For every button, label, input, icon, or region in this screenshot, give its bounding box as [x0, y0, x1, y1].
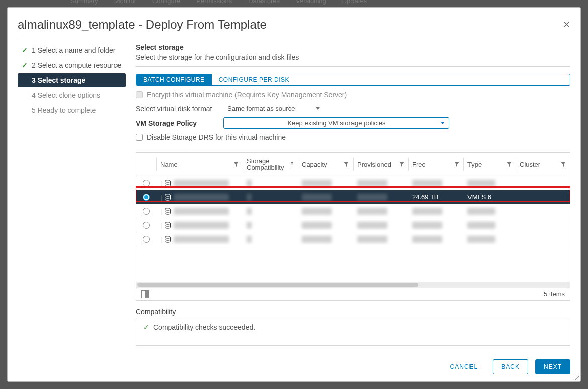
filter-icon[interactable]: [507, 162, 512, 167]
cell-name: |: [156, 233, 243, 245]
datastore-icon: [164, 221, 172, 229]
table-row[interactable]: |: [136, 204, 570, 218]
th-type[interactable]: Type: [463, 153, 516, 176]
cell-compat: [243, 220, 298, 231]
filter-icon[interactable]: [454, 162, 459, 167]
th-capacity[interactable]: Capacity: [298, 153, 353, 176]
table-footer: 5 items: [136, 288, 570, 300]
back-button[interactable]: BACK: [493, 359, 528, 374]
row-radio[interactable]: [143, 208, 150, 215]
table-row[interactable]: | 24.69 TBVMFS 6: [136, 190, 570, 204]
cell-capacity: [298, 220, 353, 231]
next-button[interactable]: NEXT: [535, 359, 570, 374]
th-free-label: Free: [412, 161, 426, 168]
wizard-step-1[interactable]: 1 Select a name and folder: [18, 43, 126, 57]
cell-free: [408, 220, 463, 231]
filter-icon[interactable]: [561, 162, 566, 167]
configure-per-disk-tab[interactable]: CONFIGURE PER DISK: [212, 74, 296, 85]
cell-capacity: [298, 192, 353, 203]
datastore-icon: [164, 193, 172, 201]
filter-icon[interactable]: [399, 162, 404, 167]
table-header: Name Storage Compatibility Capacity Prov…: [136, 153, 570, 176]
cell-cluster: [516, 209, 570, 213]
batch-configure-tab[interactable]: BATCH CONFIGURE: [136, 74, 212, 85]
wizard-step-2[interactable]: 2 Select a compute resource: [18, 58, 126, 72]
cell-provisioned: [353, 234, 408, 245]
datastore-icon: [164, 207, 172, 215]
cell-compat: [243, 178, 298, 189]
disk-format-value: Same format as source: [227, 105, 295, 112]
compatibility-box: ✓ Compatibility checks succeeded.: [136, 318, 570, 346]
encrypt-vm-checkbox-row: Encrypt this virtual machine (Requires K…: [136, 91, 570, 99]
th-compat-label: Storage Compatibility: [247, 158, 290, 171]
filter-icon[interactable]: [233, 162, 239, 167]
row-radio[interactable]: [143, 222, 150, 229]
cell-name: |: [156, 205, 243, 217]
cell-capacity: [298, 206, 353, 217]
cell-provisioned: [353, 220, 408, 231]
filter-icon[interactable]: [344, 162, 349, 167]
table-row[interactable]: |: [136, 218, 570, 232]
configure-mode-toggle[interactable]: BATCH CONFIGURE CONFIGURE PER DISK: [136, 74, 570, 86]
table-row[interactable]: |: [136, 176, 570, 190]
th-type-label: Type: [467, 161, 482, 168]
row-radio[interactable]: [143, 180, 150, 187]
close-icon: ✕: [563, 20, 570, 30]
resize-grip-icon[interactable]: [574, 375, 579, 380]
deploy-template-modal: almalinux89_template - Deploy From Templ…: [7, 7, 581, 382]
wizard-step-5: 5 Ready to complete: [18, 103, 126, 117]
encrypt-vm-checkbox: [136, 91, 143, 98]
disk-format-select[interactable]: Same format as source: [223, 104, 324, 113]
compatibility-title: Compatibility: [136, 308, 570, 316]
svg-point-2: [165, 208, 171, 210]
scrollbar-thumb[interactable]: [137, 283, 418, 287]
th-select: [136, 153, 156, 176]
th-free[interactable]: Free: [408, 153, 463, 176]
column-picker-icon[interactable]: [141, 290, 149, 298]
cell-cluster: [516, 223, 570, 227]
th-cluster[interactable]: Cluster: [516, 153, 570, 176]
close-button[interactable]: ✕: [563, 19, 570, 30]
disable-drs-row[interactable]: Disable Storage DRS for this virtual mac…: [136, 133, 570, 141]
cell-provisioned: [353, 206, 408, 217]
cell-type: VMFS 6: [463, 191, 516, 203]
modal-footer: CANCEL BACK NEXT: [18, 350, 570, 374]
storage-policy-select[interactable]: Keep existing VM storage policies: [223, 117, 449, 129]
cell-type: [463, 178, 516, 189]
cell-cluster: [516, 237, 570, 241]
datastore-icon: [164, 179, 172, 187]
datastore-table: Name Storage Compatibility Capacity Prov…: [136, 152, 570, 301]
table-body: | | 24.69 TBVMFS 6| | |: [136, 176, 570, 282]
item-count: 5 items: [544, 290, 565, 298]
cancel-button[interactable]: CANCEL: [442, 360, 486, 374]
disk-format-label: Select virtual disk format: [136, 105, 223, 113]
th-storage-compatibility[interactable]: Storage Compatibility: [243, 153, 298, 176]
th-provisioned-label: Provisioned: [357, 161, 391, 168]
filter-icon[interactable]: [290, 162, 294, 167]
section-subtitle: Select the storage for the configuration…: [136, 53, 570, 67]
cell-cluster: [516, 195, 570, 199]
svg-point-4: [165, 236, 171, 238]
wizard-step-3[interactable]: 3 Select storage: [18, 73, 126, 87]
disable-drs-checkbox[interactable]: [136, 134, 143, 141]
row-radio[interactable]: [143, 194, 150, 201]
cell-free: [408, 206, 463, 217]
section-title: Select storage: [136, 43, 570, 51]
cell-compat: [243, 234, 298, 245]
cell-name: |: [156, 177, 243, 189]
disable-drs-label: Disable Storage DRS for this virtual mac…: [147, 133, 286, 141]
cell-cluster: [516, 181, 570, 185]
row-radio[interactable]: [143, 236, 150, 243]
cell-provisioned: [353, 178, 408, 189]
horizontal-scrollbar[interactable]: [136, 282, 570, 288]
compatibility-message: Compatibility checks succeeded.: [153, 323, 255, 331]
th-provisioned[interactable]: Provisioned: [353, 153, 408, 176]
chevron-down-icon: [441, 122, 445, 124]
cell-free: 24.69 TB: [408, 191, 463, 203]
th-name[interactable]: Name: [156, 153, 243, 176]
cell-name: |: [156, 219, 243, 231]
table-row[interactable]: |: [136, 232, 570, 246]
cell-free: [408, 234, 463, 245]
cell-type: [463, 234, 516, 245]
cell-capacity: [298, 178, 353, 189]
